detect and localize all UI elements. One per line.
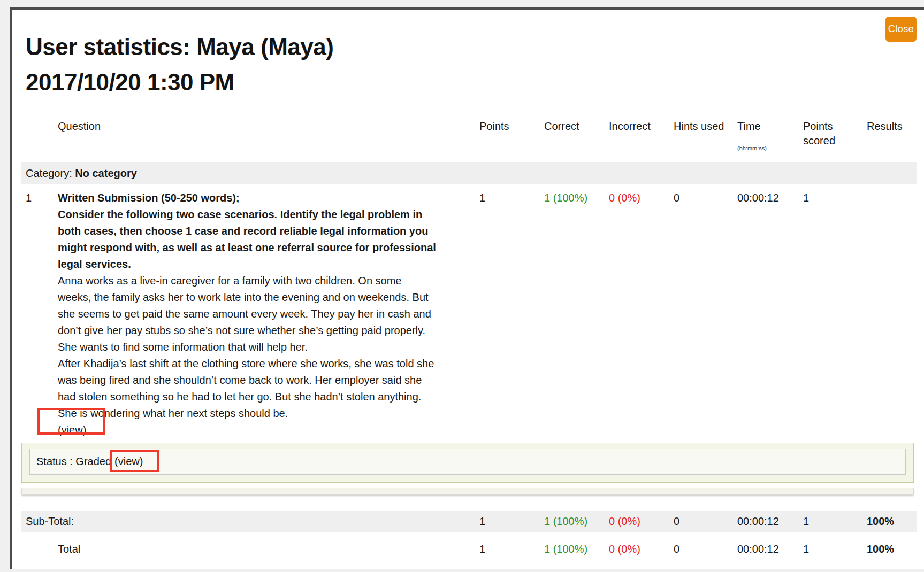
subtotal-row: Sub-Total: 1 1 (100%) 0 (0%) 0 00:00:12 … [21, 511, 917, 532]
total-points-scored: 1 [803, 532, 867, 555]
page-title-datetime: 2017/10/20 1:30 PM [26, 65, 924, 100]
column-header-time: Time (hh:mm:ss) [737, 119, 803, 156]
total-time: 00:00:12 [737, 532, 803, 555]
column-header-points-scored: Points scored [803, 119, 867, 148]
grading-status-box: Status : Graded (view) [29, 449, 906, 475]
subtotal-incorrect: 0 (0%) [609, 511, 674, 532]
category-name: No category [75, 167, 137, 179]
page-title: User statistics: Maya (Maya) 2017/10/20 … [26, 29, 924, 100]
subtotal-points: 1 [479, 511, 544, 532]
subtotal-time: 00:00:12 [737, 511, 803, 532]
total-hints: 0 [674, 532, 737, 555]
question-instruction: Consider the following two case scenario… [58, 206, 438, 273]
question-title: Written Submission (50-250 words); [58, 190, 438, 206]
column-header-results: Results [867, 119, 917, 134]
category-label: Category: [26, 167, 72, 179]
column-header-question: Question [58, 119, 479, 134]
grading-status-panel: Status : Graded (view) [21, 443, 914, 483]
total-correct: 1 (100%) [544, 532, 609, 555]
question-scenario-1: Anna works as a live-in caregiver for a … [58, 273, 438, 355]
question-number: 1 [21, 184, 58, 206]
column-header-points: Points [479, 119, 544, 134]
subtotal-correct: 1 (100%) [544, 511, 609, 532]
total-results: 100% [867, 532, 917, 555]
status-view-link[interactable]: (view) [114, 455, 143, 467]
subtotal-hints: 0 [674, 511, 737, 532]
subtotal-results: 100% [867, 511, 917, 532]
statistics-table: Question Points Correct Incorrect Hints … [21, 115, 917, 438]
question-view-link[interactable]: (view) [58, 424, 86, 436]
row-results [867, 184, 917, 190]
column-header-hints: Hints used [674, 119, 737, 134]
row-points: 1 [479, 184, 544, 206]
column-header-incorrect: Incorrect [609, 119, 674, 134]
total-incorrect: 0 (0%) [609, 532, 674, 555]
question-cell: Written Submission (50-250 words); Consi… [58, 184, 479, 438]
subtotal-points-scored: 1 [803, 511, 867, 532]
table-row: 1 Written Submission (50-250 words); Con… [21, 184, 917, 438]
row-hints: 0 [674, 184, 737, 206]
total-points: 1 [479, 532, 544, 555]
column-header-correct: Correct [544, 119, 609, 134]
page-title-user: User statistics: Maya (Maya) [26, 29, 924, 65]
row-time: 00:00:12 [737, 184, 803, 206]
horizontal-scrollbar-track[interactable] [21, 488, 914, 495]
question-scenario-2: After Khadija’s last shift at the clothi… [58, 355, 438, 422]
total-row: Total 1 1 (100%) 0 (0%) 0 00:00:12 1 100… [21, 532, 917, 555]
row-correct: 1 (100%) [544, 184, 609, 206]
column-header-time-label: Time [737, 120, 761, 132]
close-button[interactable]: Close [885, 17, 917, 42]
user-statistics-dialog: Close User statistics: Maya (Maya) 2017/… [10, 7, 924, 569]
status-label: Status : Graded [36, 455, 111, 468]
table-header-row: Question Points Correct Incorrect Hints … [21, 115, 917, 162]
row-incorrect: 0 (0%) [609, 184, 674, 206]
row-points-scored: 1 [803, 184, 867, 206]
category-row: Category: No category [21, 162, 917, 184]
subtotal-label: Sub-Total: [21, 511, 479, 532]
column-header-time-units: (hh:mm:ss) [737, 141, 803, 156]
total-label: Total [58, 532, 479, 555]
